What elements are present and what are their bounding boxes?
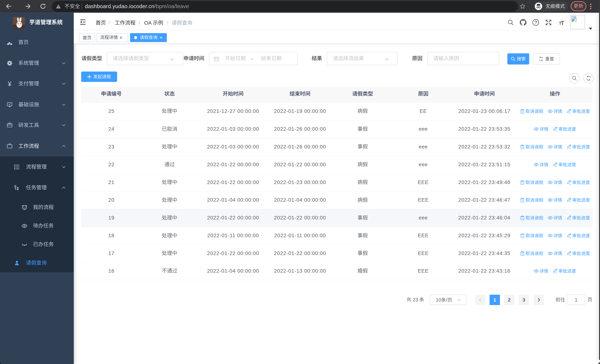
svg-text:T: T (561, 20, 564, 26)
